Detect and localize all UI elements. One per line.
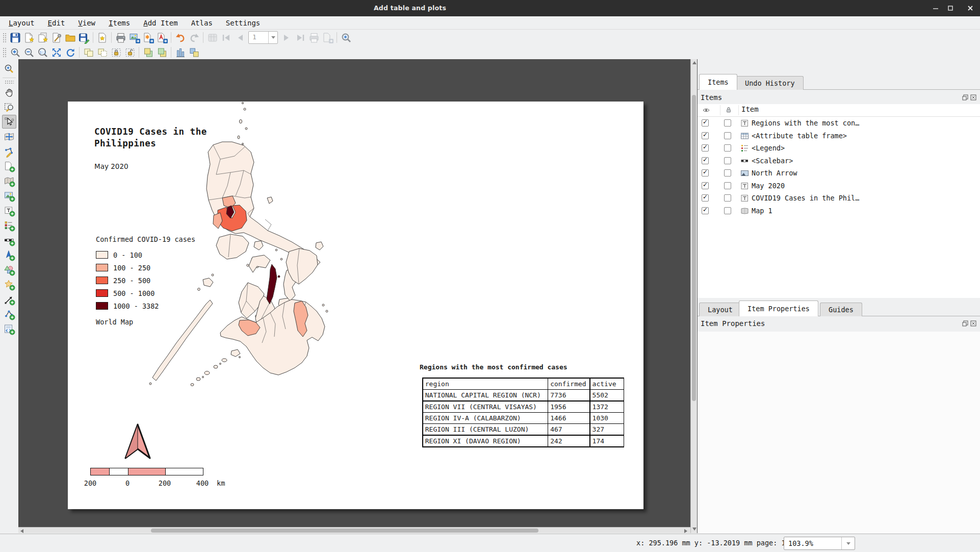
visibility-checkbox[interactable] xyxy=(702,157,709,164)
minimize-button[interactable] xyxy=(930,3,941,13)
resize-items-button[interactable] xyxy=(187,46,201,59)
add-picture-tool[interactable] xyxy=(2,189,16,203)
zoom-dropdown[interactable] xyxy=(841,537,855,549)
lock-checkbox[interactable] xyxy=(724,132,731,139)
zoom-tool[interactable] xyxy=(2,100,16,114)
toolbar-grip[interactable] xyxy=(3,33,6,43)
print-atlas-button[interactable] xyxy=(307,31,321,44)
layout-page[interactable]: COVID19 Cases in the Philippines May 202… xyxy=(68,102,643,509)
add-node-item-tool[interactable] xyxy=(2,307,16,321)
toolbox-grip[interactable] xyxy=(5,80,14,84)
unlock-all-items-button[interactable] xyxy=(123,46,137,59)
visibility-checkbox[interactable] xyxy=(702,169,709,177)
atlas-last-feature-button[interactable] xyxy=(293,31,307,44)
tree-row-attribute-table[interactable]: <Attribute table frame> xyxy=(698,130,980,142)
menu-items[interactable]: Items xyxy=(102,17,137,29)
tree-row-title[interactable]: COVID19 Cases in the Phil… xyxy=(698,192,980,205)
tab-guides[interactable]: Guides xyxy=(820,303,862,316)
zoom-out-button[interactable] xyxy=(22,46,36,59)
lock-checkbox[interactable] xyxy=(724,169,731,177)
add-arrow-tool[interactable] xyxy=(2,292,16,306)
add-page-tool[interactable] xyxy=(2,159,16,173)
close-button[interactable] xyxy=(965,3,976,13)
export-as-svg-button[interactable] xyxy=(141,31,155,44)
float-panel-button[interactable] xyxy=(962,320,968,327)
zoom-in-button[interactable] xyxy=(8,46,22,59)
zoom-region-tool[interactable] xyxy=(2,62,16,76)
horizontal-scrollbar-thumb[interactable] xyxy=(151,529,538,533)
menu-edit[interactable]: Edit xyxy=(41,17,72,29)
atlas-next-feature-button[interactable] xyxy=(279,31,293,44)
tab-items[interactable]: Items xyxy=(699,74,737,90)
duplicate-layout-button[interactable] xyxy=(36,31,49,44)
menu-add-item[interactable]: Add Item xyxy=(137,17,184,29)
select-move-item-tool[interactable] xyxy=(2,115,16,129)
zoom-level-combobox[interactable]: 103.9% xyxy=(784,537,855,550)
vertical-scrollbar-thumb[interactable] xyxy=(692,95,696,401)
attribute-table-item[interactable]: region confirmed active NATIONAL CAPITAL… xyxy=(422,378,624,447)
zoom-actual-size-button[interactable]: 1:1 xyxy=(36,46,49,59)
tree-row-map[interactable]: Map 1 xyxy=(698,205,980,217)
zoom-full-button[interactable] xyxy=(49,46,63,59)
export-as-image-button[interactable] xyxy=(127,31,141,44)
lock-checkbox[interactable] xyxy=(724,207,731,214)
add-marker-tool[interactable] xyxy=(2,278,16,291)
add-shape-tool[interactable] xyxy=(2,263,16,277)
close-panel-button[interactable] xyxy=(970,320,976,327)
layout-manager-button[interactable] xyxy=(49,31,63,44)
lower-selected-items-button[interactable] xyxy=(155,46,169,59)
undo-button[interactable] xyxy=(173,31,187,44)
atlas-previous-feature-button[interactable] xyxy=(233,31,247,44)
preview-atlas-button[interactable] xyxy=(339,31,353,44)
edit-nodes-item-tool[interactable] xyxy=(2,144,16,158)
menu-view[interactable]: View xyxy=(71,17,102,29)
ungroup-items-button[interactable] xyxy=(95,46,109,59)
tab-undo-history[interactable]: Undo History xyxy=(736,76,804,90)
lock-checkbox[interactable] xyxy=(724,182,731,189)
atlas-settings-button[interactable] xyxy=(205,31,219,44)
menu-atlas[interactable]: Atlas xyxy=(185,17,219,29)
table-title-item[interactable]: Regions with the most confirmed cases xyxy=(420,363,568,371)
new-layout-button[interactable] xyxy=(22,31,36,44)
lock-checkbox[interactable] xyxy=(724,194,731,202)
lock-checkbox[interactable] xyxy=(724,119,731,127)
export-atlas-button[interactable] xyxy=(321,31,334,44)
save-project-button[interactable] xyxy=(8,31,22,44)
legend-item[interactable]: Confirmed COVID-19 cases 0 - 100 100 - 2… xyxy=(96,235,195,326)
close-panel-button[interactable] xyxy=(970,94,976,101)
add-north-arrow-tool[interactable] xyxy=(2,248,16,262)
pan-layout-tool[interactable] xyxy=(2,85,16,99)
visibility-checkbox[interactable] xyxy=(702,207,709,214)
add-legend-tool[interactable] xyxy=(2,218,16,232)
add-scalebar-tool[interactable] xyxy=(2,233,16,247)
layout-canvas[interactable]: COVID19 Cases in the Philippines May 202… xyxy=(18,59,690,533)
refresh-view-button[interactable] xyxy=(63,46,77,59)
redo-button[interactable] xyxy=(187,31,201,44)
page-subtitle-item[interactable]: May 2020 xyxy=(94,162,128,170)
lock-selected-items-button[interactable] xyxy=(109,46,123,59)
maximize-button[interactable] xyxy=(945,3,956,13)
tab-layout[interactable]: Layout xyxy=(699,303,741,316)
page-title-item[interactable]: COVID19 Cases in the Philippines xyxy=(94,126,207,149)
menu-layout[interactable]: Layout xyxy=(2,17,41,29)
add-items-from-template-button[interactable] xyxy=(63,31,77,44)
visibility-checkbox[interactable] xyxy=(702,144,709,152)
raise-selected-items-button[interactable] xyxy=(141,46,155,59)
toolbar-grip[interactable] xyxy=(3,47,6,58)
add-html-tool[interactable] xyxy=(2,322,16,336)
visibility-checkbox[interactable] xyxy=(702,194,709,202)
tree-row-subtitle[interactable]: May 2020 xyxy=(698,180,980,192)
distribute-items-button[interactable] xyxy=(173,46,187,59)
lock-checkbox[interactable] xyxy=(724,157,731,164)
visibility-checkbox[interactable] xyxy=(702,132,709,139)
menu-settings[interactable]: Settings xyxy=(219,17,267,29)
tree-row-table-title[interactable]: Regions with the most con… xyxy=(698,117,980,130)
add-label-tool[interactable] xyxy=(2,204,16,217)
scalebar-item[interactable] xyxy=(90,468,203,475)
print-layout-button[interactable] xyxy=(114,31,127,44)
atlas-first-feature-button[interactable] xyxy=(219,31,233,44)
north-arrow-item[interactable] xyxy=(122,422,153,460)
horizontal-scrollbar[interactable] xyxy=(18,527,690,533)
visibility-checkbox[interactable] xyxy=(702,182,709,189)
spinbox-dropdown[interactable] xyxy=(268,32,277,43)
